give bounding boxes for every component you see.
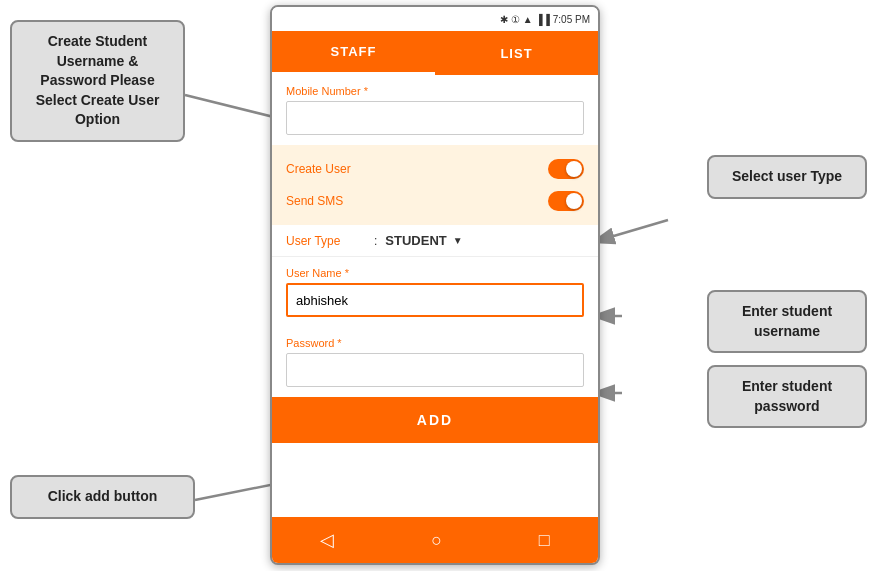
username-section: User Name * [272,257,598,327]
user-type-colon: : [374,234,377,248]
tab-staff[interactable]: STAFF [272,31,435,75]
bluetooth-icon: ✱ [500,14,508,25]
dropdown-arrow-icon: ▼ [453,235,463,246]
alarm-icon: ① [511,14,520,25]
mobile-number-label: Mobile Number * [286,85,584,97]
send-sms-label: Send SMS [286,194,343,208]
tab-list[interactable]: LIST [435,31,598,75]
callout-click-add: Click add button [10,475,195,519]
nav-bar: ◁ ○ □ [272,517,598,563]
add-button[interactable]: ADD [272,397,598,443]
home-icon[interactable]: ○ [431,530,442,551]
recent-apps-icon[interactable]: □ [539,530,550,551]
username-label: User Name * [286,267,584,279]
password-input[interactable] [286,353,584,387]
toggle-knob-sms [566,193,582,209]
phone-frame: ✱ ① ▲ ▐▐ 7:05 PM STAFF LIST Mobile Numbe… [270,5,600,565]
password-section: Password * [272,327,598,397]
tab-bar: STAFF LIST [272,31,598,75]
callout-enter-username: Enter student username [707,290,867,353]
password-label: Password * [286,337,584,349]
callout-enter-password: Enter student password [707,365,867,428]
callout-select-user-type: Select user Type [707,155,867,199]
status-bar: ✱ ① ▲ ▐▐ 7:05 PM [272,7,598,31]
create-user-label: Create User [286,162,351,176]
create-user-row: Create User [286,153,584,185]
phone-content: STAFF LIST Mobile Number * Create User [272,31,598,563]
mobile-number-input[interactable] [286,101,584,135]
toggle-section: Create User Send SMS [272,145,598,225]
send-sms-toggle[interactable] [548,191,584,211]
username-input[interactable] [286,283,584,317]
time-display: 7:05 PM [553,14,590,25]
signal-icon: ▐▐ [536,14,550,25]
user-type-label: User Type [286,234,366,248]
create-user-toggle[interactable] [548,159,584,179]
user-type-value: STUDENT [385,233,446,248]
wifi-icon: ▲ [523,14,533,25]
user-type-row[interactable]: User Type : STUDENT ▼ [272,225,598,257]
callout-create-student: Create Student Username & Password Pleas… [10,20,185,142]
form-scroll: Mobile Number * Create User Send SMS [272,75,598,517]
toggle-knob-create [566,161,582,177]
back-icon[interactable]: ◁ [320,529,334,551]
status-icons: ✱ ① ▲ ▐▐ 7:05 PM [500,14,590,25]
send-sms-row: Send SMS [286,185,584,217]
mobile-number-section: Mobile Number * [272,75,598,145]
svg-line-2 [590,220,668,243]
